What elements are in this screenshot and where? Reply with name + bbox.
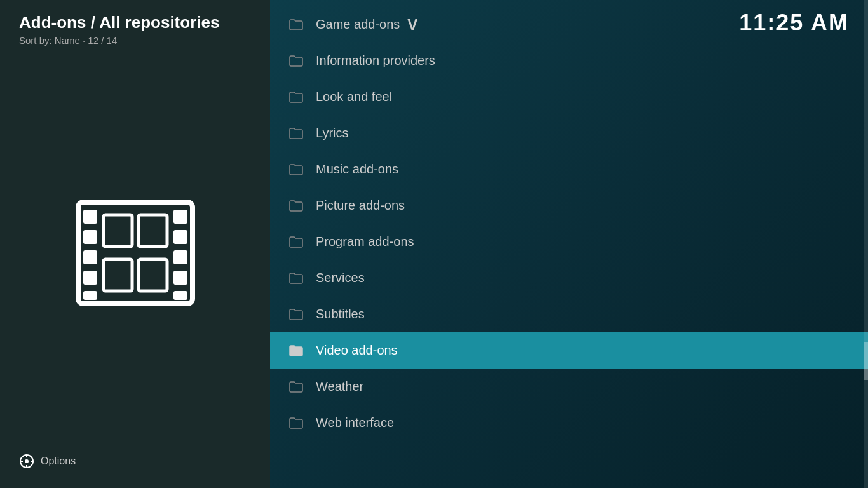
options-bar[interactable]: Options: [19, 447, 251, 475]
item-label: Lyrics: [316, 126, 348, 140]
item-label: Subtitles: [316, 307, 365, 322]
folder-icon: [289, 92, 303, 103]
list-item-information-providers[interactable]: Information providers: [270, 43, 868, 79]
item-label: Web interface: [316, 416, 394, 430]
svg-rect-13: [104, 259, 132, 291]
list-item-weather[interactable]: Weather: [270, 369, 868, 405]
folder-icon: [289, 19, 303, 30]
svg-rect-9: [173, 271, 187, 285]
svg-rect-11: [104, 215, 132, 247]
list-item-lyrics[interactable]: Lyrics: [270, 115, 868, 151]
list-item-services[interactable]: Services: [270, 260, 868, 296]
svg-rect-3: [83, 250, 97, 264]
item-label: Services: [316, 271, 365, 285]
options-icon: [19, 454, 34, 469]
folder-icon: [289, 345, 303, 356]
list-item-video-add-ons[interactable]: Video add-ons: [270, 332, 868, 369]
page-title: Add-ons / All repositories: [19, 13, 251, 32]
svg-rect-2: [83, 230, 97, 244]
folder-icon: [289, 417, 303, 429]
item-label: Information providers: [316, 53, 435, 68]
item-label: Look and feel: [316, 90, 392, 104]
svg-rect-1: [83, 210, 97, 224]
folder-icon: [289, 381, 303, 393]
item-label: Picture add-ons: [316, 198, 405, 213]
svg-rect-8: [173, 250, 187, 264]
thumbnail-area: [19, 58, 251, 447]
list-container: Game add-ons V Information providers Loo…: [270, 6, 868, 488]
svg-rect-10: [173, 291, 187, 300]
item-label: Program add-ons: [316, 234, 414, 249]
list-item-look-and-feel[interactable]: Look and feel: [270, 79, 868, 115]
item-label: Video add-ons: [316, 343, 398, 358]
svg-rect-14: [139, 259, 167, 291]
item-label: Game add-ons: [316, 17, 400, 32]
folder-icon: [289, 273, 303, 284]
svg-rect-7: [173, 230, 187, 244]
item-label: Music add-ons: [316, 162, 398, 177]
folder-icon: [289, 55, 303, 67]
sort-info: Sort by: Name · 12 / 14: [19, 35, 251, 46]
clock: 11:25 AM: [739, 10, 849, 36]
list-item-picture-add-ons[interactable]: Picture add-ons: [270, 187, 868, 224]
list-item-subtitles[interactable]: Subtitles: [270, 296, 868, 332]
svg-rect-5: [83, 291, 97, 300]
svg-point-16: [25, 459, 29, 463]
options-label: Options: [41, 456, 76, 467]
svg-rect-4: [83, 271, 97, 285]
folder-icon: [289, 200, 303, 212]
list-item-music-add-ons[interactable]: Music add-ons: [270, 151, 868, 187]
right-panel: 11:25 AM Game add-ons V Information prov…: [270, 0, 868, 488]
scrollbar-thumb: [864, 342, 868, 380]
left-panel: Add-ons / All repositories Sort by: Name…: [0, 0, 270, 488]
main-layout: Add-ons / All repositories Sort by: Name…: [0, 0, 868, 488]
breadcrumb: Add-ons / All repositories Sort by: Name…: [19, 13, 251, 46]
folder-icon: [289, 236, 303, 248]
folder-icon: [289, 309, 303, 320]
list-item-program-add-ons[interactable]: Program add-ons: [270, 224, 868, 260]
item-label: Weather: [316, 379, 363, 394]
folder-icon: [289, 164, 303, 175]
svg-rect-12: [139, 215, 167, 247]
list-item-web-interface[interactable]: Web interface: [270, 405, 868, 441]
film-icon: [72, 196, 199, 310]
item-badge: V: [407, 16, 417, 34]
folder-icon: [289, 128, 303, 139]
svg-rect-6: [173, 210, 187, 224]
scrollbar[interactable]: [864, 0, 868, 488]
